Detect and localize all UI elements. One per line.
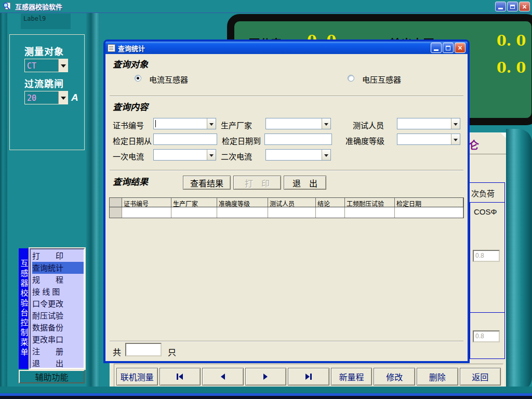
col-cal-date[interactable]: 检定日期 bbox=[395, 198, 463, 207]
chevron-down-icon[interactable] bbox=[58, 91, 68, 104]
cert-number-combo[interactable] bbox=[153, 118, 216, 129]
view-results-button[interactable]: 查看结果 bbox=[183, 176, 231, 190]
dialog-minimize-button[interactable] bbox=[431, 43, 442, 53]
col-accuracy[interactable]: 准确度等级 bbox=[217, 198, 268, 207]
return-button[interactable]: 返回 bbox=[460, 368, 501, 385]
chevron-down-icon[interactable] bbox=[451, 118, 460, 129]
col-manufacturer[interactable]: 生产厂家 bbox=[171, 198, 217, 207]
chevron-down-icon[interactable] bbox=[58, 59, 68, 72]
manufacturer-value[interactable] bbox=[266, 118, 322, 129]
primary-current-value[interactable] bbox=[154, 150, 207, 160]
menu-item-regulation[interactable]: 规 程 bbox=[32, 274, 84, 286]
primary-current-combo[interactable] bbox=[153, 149, 216, 161]
date-to-label: 检定日期到 bbox=[222, 135, 261, 146]
result-table: 证书编号 生产厂家 准确度等级 测试人员 结论 工频耐压试验 检定日期 bbox=[109, 197, 464, 218]
radio-voltage-transformer[interactable] bbox=[348, 75, 354, 82]
radio-voltage-transformer-label[interactable]: 电压互感器 bbox=[362, 74, 401, 85]
control-menu-vertical-title: 互感器校验台控制菜单 bbox=[19, 248, 29, 369]
menu-item-exit[interactable]: 退 出 bbox=[32, 357, 84, 369]
overcurrent-trip-combo[interactable]: 20 bbox=[24, 91, 68, 104]
print-button[interactable]: 打 印 bbox=[233, 176, 281, 190]
query-statistics-dialog: 查询统计 × 查询对象 电流互感器 电压互感器 查询内容 证书编号 生产厂家 测… bbox=[103, 39, 470, 363]
secondary-current-label: 二次电流 bbox=[221, 151, 252, 162]
auxiliary-function-button[interactable]: 辅助功能 bbox=[19, 370, 85, 383]
total-count-input[interactable] bbox=[125, 343, 162, 356]
measure-object-value: CT bbox=[25, 59, 58, 72]
close-icon: × bbox=[458, 44, 462, 51]
accuracy-combo[interactable] bbox=[397, 134, 460, 145]
separator bbox=[110, 341, 463, 342]
row-selector-cell[interactable] bbox=[110, 207, 122, 218]
menu-item-wiring-diagram[interactable]: 接 线 图 bbox=[32, 286, 84, 298]
radio-current-transformer[interactable] bbox=[135, 75, 141, 82]
chevron-down-icon[interactable] bbox=[451, 134, 460, 144]
cert-number-label: 证书编号 bbox=[113, 119, 144, 130]
nav-last-button[interactable] bbox=[288, 368, 329, 385]
col-conclusion[interactable]: 结论 bbox=[316, 198, 345, 207]
chevron-down-icon[interactable] bbox=[207, 150, 216, 160]
date-to-input[interactable] bbox=[264, 134, 332, 145]
measure-object-label: 测量对象 bbox=[24, 44, 64, 58]
menu-item-print[interactable]: 打 印 bbox=[32, 250, 84, 262]
modify-button[interactable]: 修改 bbox=[374, 368, 415, 385]
close-button[interactable]: × bbox=[519, 2, 530, 11]
chevron-down-icon[interactable] bbox=[322, 118, 330, 129]
row-selector-header bbox=[110, 198, 122, 207]
screen-edge bbox=[0, 396, 532, 399]
nav-next-button[interactable] bbox=[245, 368, 287, 385]
frame-left bbox=[0, 13, 7, 394]
new-range-button[interactable]: 新量程 bbox=[331, 368, 373, 385]
menu-item-serial-port[interactable]: 更改串口 bbox=[32, 334, 84, 345]
online-measure-button[interactable]: 联机测量 bbox=[116, 368, 158, 385]
table-row[interactable] bbox=[110, 207, 463, 218]
cert-number-value[interactable] bbox=[154, 118, 207, 129]
date-from-input[interactable] bbox=[153, 134, 217, 145]
main-titlebar[interactable]: 互感器校验软件 × bbox=[0, 0, 532, 13]
minimize-button[interactable] bbox=[495, 2, 506, 11]
dialog-close-button[interactable]: × bbox=[455, 43, 466, 53]
secondary-current-combo[interactable] bbox=[265, 149, 331, 161]
frame-divider bbox=[86, 13, 100, 394]
cos-phi-value-top[interactable]: 0.8 bbox=[473, 250, 500, 262]
tester-label: 测试人员 bbox=[353, 119, 384, 130]
main-menu-list: 打 印 查询统计 规 程 接 线 图 口令更改 耐压试验 数据备份 更改串口 注… bbox=[30, 248, 85, 369]
secondary-burden-label: 次负荷 bbox=[471, 188, 495, 198]
window-title: 互感器校验软件 bbox=[15, 2, 62, 11]
header-divider bbox=[466, 154, 506, 154]
text-caret bbox=[155, 120, 156, 127]
menu-item-data-backup[interactable]: 数据备份 bbox=[32, 322, 84, 334]
chevron-down-icon[interactable] bbox=[207, 118, 216, 129]
exit-button[interactable]: 退 出 bbox=[284, 176, 326, 190]
menu-item-query-stats[interactable]: 查询统计 bbox=[32, 262, 84, 274]
accuracy-value[interactable] bbox=[397, 134, 451, 144]
col-withstand-test[interactable]: 工频耐压试验 bbox=[345, 198, 395, 207]
maximize-icon bbox=[446, 46, 450, 50]
nav-first-button[interactable] bbox=[159, 368, 201, 385]
col-tester[interactable]: 测试人员 bbox=[268, 198, 316, 207]
query-target-header: 查询对象 bbox=[113, 57, 148, 70]
frame-bottom bbox=[0, 387, 532, 394]
radio-current-transformer-label[interactable]: 电流互感器 bbox=[149, 74, 188, 85]
menu-item-password-change[interactable]: 口令更改 bbox=[32, 298, 84, 310]
skip-first-icon bbox=[176, 373, 184, 380]
query-result-header: 查询结果 bbox=[113, 175, 148, 188]
menu-item-withstand-test[interactable]: 耐压试验 bbox=[32, 310, 84, 322]
tester-value[interactable] bbox=[397, 118, 451, 129]
measure-object-combo[interactable]: CT bbox=[24, 59, 68, 72]
measurement-panel: 测量对象 CT 过流跳闸 20 A bbox=[9, 34, 85, 150]
dialog-titlebar[interactable]: 查询统计 bbox=[105, 42, 468, 54]
col-cert-number[interactable]: 证书编号 bbox=[122, 198, 171, 207]
delete-button[interactable]: 删除 bbox=[417, 368, 458, 385]
restore-button[interactable] bbox=[507, 2, 518, 11]
manufacturer-combo[interactable] bbox=[265, 118, 331, 129]
secondary-current-value[interactable] bbox=[266, 150, 322, 160]
window-buttons: × bbox=[495, 2, 530, 11]
menu-item-register[interactable]: 注 册 bbox=[32, 345, 84, 357]
dialog-maximize-button[interactable] bbox=[443, 43, 454, 53]
tester-combo[interactable] bbox=[397, 118, 460, 129]
chevron-down-icon[interactable] bbox=[322, 150, 330, 160]
cos-phi-value-bottom[interactable]: 0.8 bbox=[473, 330, 500, 342]
grid-line bbox=[470, 202, 470, 359]
nav-prev-button[interactable] bbox=[202, 368, 244, 385]
query-content-header: 查询内容 bbox=[113, 100, 148, 113]
